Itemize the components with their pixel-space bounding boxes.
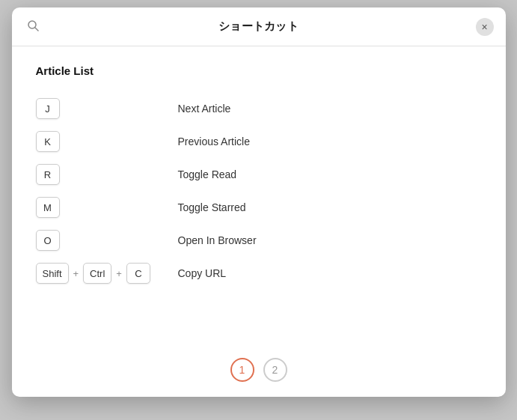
- shortcut-row: K Previous Article: [36, 125, 482, 158]
- key-r: R: [36, 164, 60, 185]
- key-combo: K: [36, 131, 171, 152]
- plus-separator: +: [72, 268, 81, 279]
- plus-separator: +: [114, 268, 123, 279]
- dialog-overlay: ショートカット × Article List J Next Article K: [0, 0, 517, 420]
- key-j: J: [36, 98, 60, 119]
- shortcut-row: O Open In Browser: [36, 224, 482, 257]
- dialog-body: Article List J Next Article K Previous A…: [12, 46, 506, 343]
- key-ctrl: Ctrl: [83, 263, 111, 284]
- shortcut-label: Previous Article: [178, 136, 250, 147]
- key-combo: O: [36, 230, 171, 251]
- key-c: C: [126, 263, 150, 284]
- shortcut-list: J Next Article K Previous Article R: [36, 92, 482, 290]
- shortcut-label: Next Article: [178, 103, 231, 115]
- section-title: Article List: [36, 64, 482, 77]
- shortcut-label: Copy URL: [178, 267, 227, 279]
- key-combo: R: [36, 164, 171, 185]
- dialog-title: ショートカット: [218, 19, 299, 34]
- key-combo: Shift + Ctrl + C: [36, 263, 171, 284]
- key-o: O: [36, 230, 60, 251]
- dialog-footer: 1 2: [12, 343, 506, 397]
- shortcut-row: M Toggle Starred: [36, 191, 482, 224]
- close-button[interactable]: ×: [476, 18, 494, 36]
- search-icon[interactable]: [27, 19, 39, 34]
- shortcut-row: J Next Article: [36, 92, 482, 125]
- key-combo: J: [36, 98, 171, 119]
- shortcut-label: Toggle Read: [178, 168, 237, 180]
- key-m: M: [36, 197, 60, 218]
- shortcuts-dialog: ショートカット × Article List J Next Article K: [12, 7, 506, 397]
- shortcut-row: Shift + Ctrl + C Copy URL: [36, 257, 482, 290]
- dialog-header: ショートカット ×: [12, 7, 506, 46]
- shortcut-label: Open In Browser: [178, 234, 257, 246]
- page-1-button[interactable]: 1: [230, 358, 254, 382]
- key-shift: Shift: [36, 263, 69, 284]
- key-combo: M: [36, 197, 171, 218]
- page-2-button[interactable]: 2: [263, 358, 287, 382]
- svg-line-1: [35, 28, 38, 31]
- shortcut-row: R Toggle Read: [36, 158, 482, 191]
- shortcut-label: Toggle Starred: [178, 201, 246, 213]
- key-k: K: [36, 131, 60, 152]
